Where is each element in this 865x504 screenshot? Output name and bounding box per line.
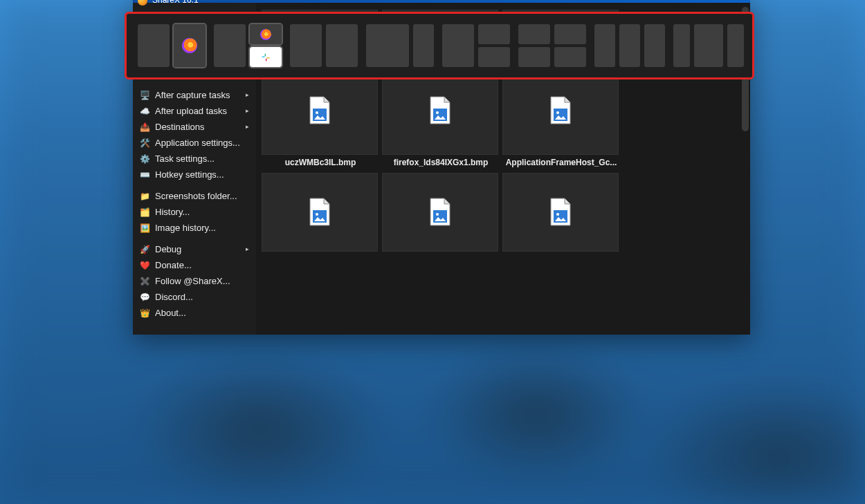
snap-group-6[interactable] [518, 24, 586, 67]
menu-icon: 🖼️ [140, 223, 149, 233]
chevron-right-icon: ▸ [246, 123, 249, 130]
chevron-right-icon: ▸ [246, 107, 249, 114]
file-thumbnail [382, 66, 498, 155]
menu-label: Destinations [155, 122, 205, 132]
svg-rect-15 [266, 58, 266, 61]
chevron-right-icon: ▸ [246, 245, 249, 252]
menu-label: Follow @ShareX... [155, 276, 230, 286]
file-thumbnail [502, 173, 619, 252]
svg-point-5 [556, 111, 559, 114]
snap-layouts-popup [125, 12, 754, 80]
file-item[interactable] [382, 173, 500, 252]
chevron-right-icon: ▸ [246, 91, 249, 98]
menu-icon: 🛠️ [140, 138, 149, 148]
snap-group-7[interactable] [594, 24, 665, 67]
menu-label: History... [155, 207, 190, 217]
sidebar-item-11[interactable]: ✖️Follow @ShareX... [133, 273, 256, 289]
svg-point-1 [316, 111, 318, 114]
menu-icon: ❤️ [140, 261, 149, 270]
svg-rect-12 [262, 56, 264, 57]
snap-group-8[interactable] [673, 24, 744, 67]
svg-rect-13 [265, 53, 266, 56]
menu-icon: 🗂️ [140, 207, 149, 217]
snap-group-2col-even[interactable] [138, 24, 206, 67]
sidebar-item-3[interactable]: 🛠️Application settings... [133, 135, 256, 151]
svg-rect-14 [266, 57, 269, 58]
sidebar-item-2[interactable]: 📤Destinations▸ [133, 119, 256, 135]
file-item[interactable] [502, 173, 620, 252]
svg-point-3 [436, 111, 439, 114]
firefox-icon [260, 29, 271, 40]
file-thumbnail [382, 173, 498, 252]
file-item[interactable]: uczWMBc3IL.bmp [262, 66, 379, 167]
menu-label: Task settings... [155, 153, 215, 164]
sidebar-item-1[interactable]: ☁️After upload tasks▸ [133, 103, 256, 119]
file-thumbnail [262, 173, 378, 252]
snap-group-5[interactable] [442, 24, 510, 67]
firefox-icon [182, 38, 197, 53]
menu-label: Application settings... [155, 138, 240, 148]
menu-label: After upload tasks [155, 106, 227, 116]
menu-icon: 🖥️ [140, 91, 149, 100]
sidebar-item-5[interactable]: ⌨️Hotkey settings... [133, 167, 256, 183]
menu-label: Discord... [155, 292, 193, 302]
menu-label: After capture tasks [155, 90, 230, 100]
menu-icon: 📤 [140, 122, 149, 132]
svg-point-7 [316, 213, 318, 216]
menu-icon: ✖️ [140, 277, 149, 286]
sidebar-item-8[interactable]: 🖼️Image history... [133, 220, 256, 236]
menu-label: About... [155, 308, 186, 318]
file-name: firefox_lds84IXGx1.bmp [382, 158, 500, 167]
menu-icon: ⚙️ [140, 154, 149, 164]
menu-icon: ⌨️ [140, 170, 149, 180]
svg-point-9 [436, 213, 439, 216]
menu-icon: 🚀 [140, 245, 149, 254]
sidebar-item-13[interactable]: 👑About... [133, 305, 256, 321]
menu-label: Debug [155, 244, 181, 254]
snap-group-3[interactable] [290, 24, 358, 67]
menu-icon: ☁️ [140, 106, 149, 116]
menu-label: Image history... [155, 223, 216, 233]
sidebar-item-4[interactable]: ⚙️Task settings... [133, 151, 256, 167]
file-thumbnail [262, 66, 378, 155]
snap-group-2col-stack[interactable] [214, 24, 282, 67]
slack-icon [261, 53, 271, 62]
file-name: ApplicationFrameHost_Gc... [502, 158, 620, 167]
file-name: uczWMBc3IL.bmp [262, 158, 379, 167]
file-thumbnail [502, 66, 619, 155]
sidebar-item-12[interactable]: 💬Discord... [133, 289, 256, 305]
app-title: ShareX 16.1 [152, 0, 199, 5]
menu-label: Hotkey settings... [155, 169, 224, 180]
sidebar-item-6[interactable]: 📁Screenshots folder... [133, 188, 256, 204]
menu-label: Donate... [155, 260, 192, 270]
svg-point-11 [556, 213, 559, 216]
menu-label: Screenshots folder... [155, 191, 237, 201]
sidebar-item-7[interactable]: 🗂️History... [133, 204, 256, 220]
menu-icon: 👑 [140, 308, 149, 318]
menu-icon: 📁 [140, 192, 149, 201]
file-item[interactable]: firefox_lds84IXGx1.bmp [382, 66, 500, 167]
menu-icon: 💬 [140, 292, 149, 302]
file-item[interactable] [262, 173, 379, 252]
snap-group-4[interactable] [366, 24, 434, 67]
sidebar-item-0[interactable]: 🖥️After capture tasks▸ [133, 87, 256, 103]
sidebar-item-10[interactable]: ❤️Donate... [133, 257, 256, 273]
file-item[interactable]: ApplicationFrameHost_Gc... [502, 66, 620, 167]
sidebar-item-9[interactable]: 🚀Debug▸ [133, 241, 256, 257]
